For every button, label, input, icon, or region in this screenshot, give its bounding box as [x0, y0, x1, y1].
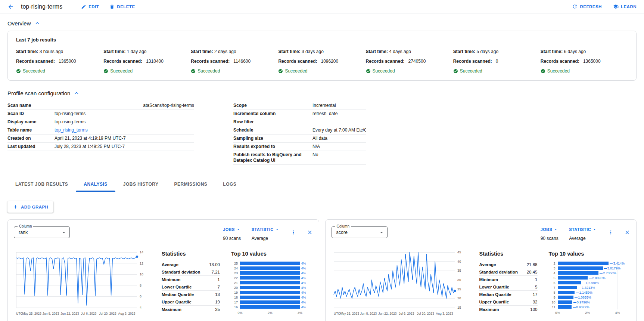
school-icon [613, 4, 619, 9]
column-select[interactable]: Column rank [14, 226, 70, 238]
config-value: Every day at 7:00 AM Etc/GMT+8 [312, 127, 366, 133]
column-select[interactable]: Column score [332, 226, 388, 238]
bar-track: 4% [240, 300, 311, 305]
svg-text:10: 10 [140, 272, 143, 276]
config-label: Scan name [7, 103, 55, 108]
config-label: Publish results to BigQuery and Dataplex… [233, 152, 312, 163]
bar-category-label: 8 [549, 291, 556, 294]
config-section-header[interactable]: Profile scan configuration [7, 90, 637, 96]
scan-configuration: Scan nameataScans/top-rising-termsScan I… [7, 102, 637, 165]
statistic-row: Maximum25 [162, 306, 220, 313]
overview-section-header[interactable]: Overview [7, 20, 637, 27]
job-status: Succeeded [16, 68, 103, 74]
bar [558, 266, 603, 270]
refresh-button[interactable]: REFRESH [572, 4, 601, 9]
top-values-panel: Top 10 values 23.414%33.0179%42.7356%52.… [549, 251, 631, 316]
delete-button[interactable]: DELETE [109, 4, 135, 9]
jobs-dropdown[interactable]: JOBS [541, 226, 559, 232]
bar-category-label: 23 [231, 271, 238, 275]
check-circle-icon [541, 69, 545, 74]
job-status-link[interactable]: Succeeded [460, 68, 482, 74]
statistics-table: Average13.00Standard deviation7.21Minimu… [162, 261, 220, 313]
tab-logs[interactable]: LOGS [215, 177, 244, 192]
svg-text:35: 35 [457, 269, 461, 272]
tab-analysis[interactable]: ANALYSIS [76, 177, 115, 192]
close-card-icon[interactable] [624, 229, 630, 235]
statistics-title: Statistics [479, 251, 538, 257]
table-name-link[interactable]: top_rising_terms [55, 127, 88, 133]
bar [558, 291, 575, 294]
job-status-link[interactable]: Succeeded [547, 68, 570, 74]
bar [240, 271, 300, 275]
bar-value-label: 4% [301, 300, 306, 304]
dropdown-arrow-icon [592, 226, 597, 232]
bar-category-label: 6 [549, 281, 556, 285]
config-table-right: ScopeIncrementalIncremental columnrefres… [233, 102, 366, 165]
statistic-label: Median Quartile [479, 292, 511, 297]
job-start-time: Start time: 1 day ago [103, 49, 191, 54]
top-values-bar-chart: 23.414%33.0179%42.7356%52.0093%61.5788%7… [549, 261, 628, 316]
bar-value-label: 4% [301, 262, 306, 265]
statistic-row: Average21.88 [479, 261, 538, 268]
config-value: refresh_date [312, 111, 366, 117]
config-label: Scope [233, 103, 312, 108]
tab-jobs-history[interactable]: JOBS HISTORY [115, 177, 167, 192]
bar-track: 4% [240, 261, 311, 266]
bar-x-axis: 0%2%4% [558, 311, 628, 316]
tab-latest-job-results[interactable]: LATEST JOB RESULTS [7, 177, 76, 192]
job-status-link[interactable]: Succeeded [110, 68, 133, 74]
job-start-time: Start time: 2 days ago [191, 49, 278, 54]
config-label: Created on [7, 136, 55, 141]
axis-tick-label: 2% [585, 311, 590, 315]
bar-track: 2.0093% [558, 275, 628, 280]
check-circle-icon [453, 69, 458, 74]
learn-button[interactable]: LEARN [613, 4, 637, 9]
bar-value-label: 1.3213% [578, 286, 595, 290]
collapse-chevron-icon[interactable] [73, 90, 80, 96]
statistic-label: Maximum [479, 307, 499, 312]
statistic-value: 20.45 [527, 270, 538, 274]
trend-line-chart: 45403530252015UTC-7May 25, 2023Jun 8, 20… [332, 249, 470, 321]
job-status-link[interactable]: Succeeded [197, 68, 220, 74]
bar-category-label: 4 [549, 271, 556, 275]
statistic-label: Average [162, 262, 178, 267]
bar-value-label: 4% [301, 266, 306, 270]
close-card-icon[interactable] [307, 229, 313, 235]
job-start-time: Start time: 3 days ago [278, 49, 365, 54]
job-records-scanned: Records scanned: 2740500 [366, 59, 453, 64]
statistic-selected-value: Average [252, 236, 280, 241]
config-row: ScopeIncremental [233, 102, 366, 110]
svg-text:Jun 8, 2023: Jun 8, 2023 [360, 312, 377, 315]
bar-category-label: 3 [549, 266, 556, 270]
more-options-icon[interactable] [290, 229, 296, 235]
job-start-time: Start time: 4 days ago [366, 49, 453, 54]
bar [240, 286, 300, 289]
job-status-link[interactable]: Succeeded [23, 68, 45, 74]
job-records-scanned: Records scanned: 0 [453, 59, 541, 64]
add-graph-button[interactable]: ADD GRAPH [7, 201, 53, 213]
bar [240, 262, 300, 265]
bar-plot-area: 254%244%234%224%214%204%194%184%174%164% [231, 261, 311, 309]
edit-button[interactable]: EDIT [81, 4, 99, 9]
collapse-chevron-icon[interactable] [34, 20, 41, 27]
job-status-link[interactable]: Succeeded [373, 68, 395, 74]
overview-section-title: Overview [7, 20, 31, 27]
svg-text:8: 8 [140, 284, 141, 287]
bar-category-label: 10 [549, 300, 556, 304]
tab-permissions[interactable]: PERMISSIONS [167, 177, 215, 192]
column-select-value: rank [19, 230, 60, 235]
config-value: top-rising-terms [55, 119, 194, 125]
config-value: top_rising_terms [55, 127, 194, 133]
bar [558, 271, 599, 275]
statistic-dropdown[interactable]: STATISTIC [252, 226, 280, 232]
more-options-icon[interactable] [608, 229, 614, 235]
bar-value-label: 1.0655% [575, 296, 591, 299]
bar-row: 184% [231, 295, 311, 300]
bar-row: 174% [231, 300, 311, 305]
statistic-dropdown[interactable]: STATISTIC [569, 226, 597, 232]
job-status-link[interactable]: Succeeded [285, 68, 307, 74]
svg-text:Jul 20, 2023: Jul 20, 2023 [99, 312, 116, 315]
back-arrow-icon[interactable] [7, 3, 14, 10]
config-value [312, 119, 366, 125]
jobs-dropdown[interactable]: JOBS [223, 226, 241, 232]
